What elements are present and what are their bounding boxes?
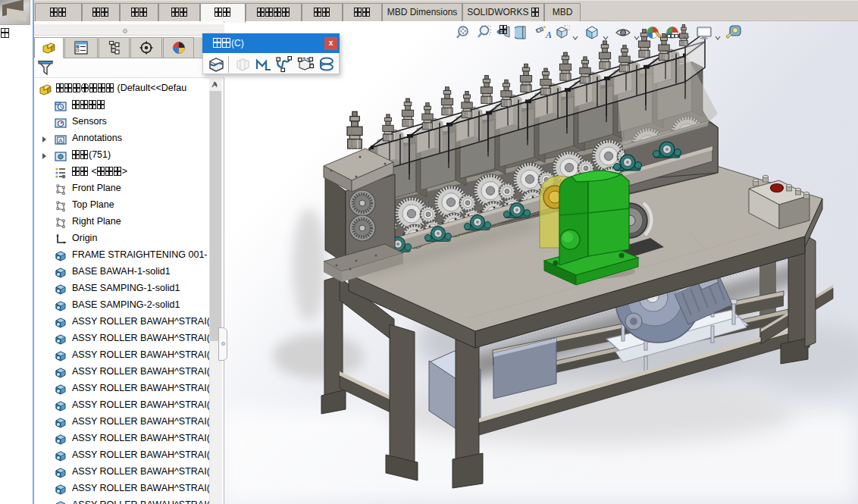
- svg-text:A: A: [545, 30, 552, 40]
- svg-text:A: A: [58, 137, 63, 144]
